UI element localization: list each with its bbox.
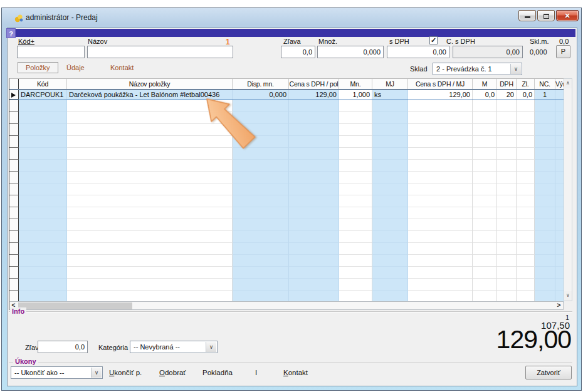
col-header-vyr[interactable]: Výr.: [555, 79, 564, 89]
skl-m-label: Skl.m.: [530, 38, 549, 45]
grid-header-row: KódNázov položkyDisp. mn.Cena s DPH / po…: [9, 79, 564, 90]
cell-zl[interactable]: 0,0: [517, 90, 535, 100]
tab-kontakt[interactable]: Kontakt: [110, 64, 134, 71]
empty-cell: [555, 148, 564, 160]
action-pokladna[interactable]: Pokladňa: [202, 369, 233, 376]
empty-cell: [339, 255, 372, 267]
horizontal-scrollbar[interactable]: < >: [9, 301, 564, 310]
col-header-dph[interactable]: DPH: [497, 79, 517, 89]
minimize-button[interactable]: [518, 10, 536, 21]
empty-cell: [339, 112, 372, 124]
kod-input[interactable]: [17, 46, 85, 58]
empty-cell: [339, 183, 372, 195]
col-header-disp_mn[interactable]: Disp. mn.: [233, 79, 289, 89]
table-row-empty: [9, 267, 564, 279]
table-row-selected[interactable]: DARCPOUK1Darčeková poukážka - Let Balóno…: [9, 90, 564, 100]
empty-cell: [289, 255, 339, 267]
cell-kod[interactable]: DARCPOUK1: [19, 90, 67, 100]
nazov-input[interactable]: [87, 46, 233, 58]
scroll-right-icon[interactable]: >: [555, 302, 563, 309]
sklad-dropdown[interactable]: 2 - Prevádzka č. 1 ∨: [433, 63, 522, 75]
finish-as-dropdown[interactable]: -- Ukončiť ako -- ∨: [11, 366, 103, 379]
empty-cell: [497, 124, 517, 136]
scroll-down-icon[interactable]: ∨: [564, 291, 572, 301]
empty-cell: [535, 172, 555, 183]
maximize-button[interactable]: [537, 10, 555, 21]
empty-cell: [19, 100, 67, 112]
kategoria-dropdown[interactable]: -- Nevybraná -- ∨: [130, 341, 218, 353]
maximize-icon: [544, 14, 549, 19]
empty-cell: [372, 219, 408, 231]
s-dph-input[interactable]: 0,00: [387, 46, 449, 58]
empty-cell: [233, 267, 289, 279]
cell-nc[interactable]: 1: [535, 90, 555, 100]
zatvorit-button[interactable]: Zatvoriť: [525, 366, 572, 379]
action-kontakt[interactable]: Kontakt: [283, 369, 308, 376]
c-s-dph-input[interactable]: 0,00: [453, 46, 523, 58]
zlava-input[interactable]: 0,0: [281, 46, 315, 58]
empty-cell: [372, 195, 408, 207]
col-header-m[interactable]: M: [473, 79, 497, 89]
empty-cell: [555, 255, 564, 267]
col-header-nazov[interactable]: Názov položky: [67, 79, 233, 89]
chevron-down-icon[interactable]: ∨: [206, 342, 216, 352]
col-header-mj[interactable]: MJ: [372, 79, 408, 89]
horizontal-scroll-thumb[interactable]: [18, 302, 132, 309]
tab-polozky[interactable]: Položky: [18, 62, 58, 73]
empty-cell: [473, 172, 497, 183]
action-ukoncit-p[interactable]: Ukončiť p.: [109, 369, 142, 376]
cell-vyr[interactable]: [555, 90, 564, 100]
s-dph-checkbox[interactable]: ✓: [429, 36, 438, 44]
row-selector-cell: [9, 267, 19, 279]
cell-cena_s_dph_pol[interactable]: 129,00: [289, 90, 339, 100]
empty-cell: [517, 279, 535, 291]
empty-cell: [19, 172, 67, 183]
cell-mn[interactable]: 1,000: [339, 90, 372, 100]
cell-dph[interactable]: 20: [497, 90, 517, 100]
action-odobrat[interactable]: Odobrať: [159, 369, 186, 376]
cell-cena_s_dph_mj[interactable]: 129,00: [408, 90, 473, 100]
scroll-up-icon[interactable]: ∧: [564, 79, 572, 88]
empty-cell: [408, 195, 473, 207]
empty-cell: [497, 136, 517, 148]
empty-cell: [555, 231, 564, 243]
col-header-kod[interactable]: Kód: [19, 79, 67, 89]
empty-cell: [19, 255, 67, 267]
col-header-cena_s_dph_pol[interactable]: Cena s DPH / pol: [289, 79, 339, 89]
table-row-empty: [9, 136, 564, 148]
empty-cell: [535, 219, 555, 231]
empty-cell: [339, 207, 372, 219]
chevron-down-icon[interactable]: ∨: [510, 64, 521, 74]
empty-cell: [473, 148, 497, 160]
empty-cell: [555, 267, 564, 279]
empty-cell: [19, 195, 67, 207]
cell-m[interactable]: 0,0: [473, 90, 497, 100]
help-icon[interactable]: ?: [6, 28, 16, 38]
vertical-scrollbar[interactable]: ∧ ∨: [564, 78, 572, 301]
empty-cell: [19, 183, 67, 195]
col-header-zl[interactable]: Zl.: [517, 79, 535, 89]
close-button[interactable]: ✕: [556, 10, 579, 21]
empty-cell: [67, 172, 233, 183]
empty-cell: [497, 255, 517, 267]
table-row-empty: [9, 279, 564, 291]
empty-cell: [473, 183, 497, 195]
action-i[interactable]: I: [255, 369, 257, 376]
cell-mj[interactable]: ks: [372, 90, 408, 100]
empty-cell: [67, 195, 233, 207]
col-header-cena_s_dph_mj[interactable]: Cena s DPH / MJ: [408, 79, 473, 89]
chevron-down-icon[interactable]: ∨: [91, 368, 102, 378]
empty-cell: [289, 160, 339, 172]
kod-label: Kód+: [18, 38, 34, 45]
kategoria-label: Kategória: [98, 344, 128, 351]
mnoz-input[interactable]: 0,000: [317, 46, 384, 58]
empty-cell: [233, 231, 289, 243]
empty-cell: [473, 243, 497, 255]
info-zlava-input[interactable]: 0,0: [38, 341, 88, 353]
minimize-icon: [525, 16, 530, 18]
empty-cell: [535, 243, 555, 255]
tab-udaje[interactable]: Údaje: [66, 64, 85, 71]
col-header-nc[interactable]: NC.: [535, 79, 555, 89]
p-button[interactable]: P: [556, 45, 570, 58]
col-header-mn[interactable]: Mn.: [339, 79, 372, 89]
